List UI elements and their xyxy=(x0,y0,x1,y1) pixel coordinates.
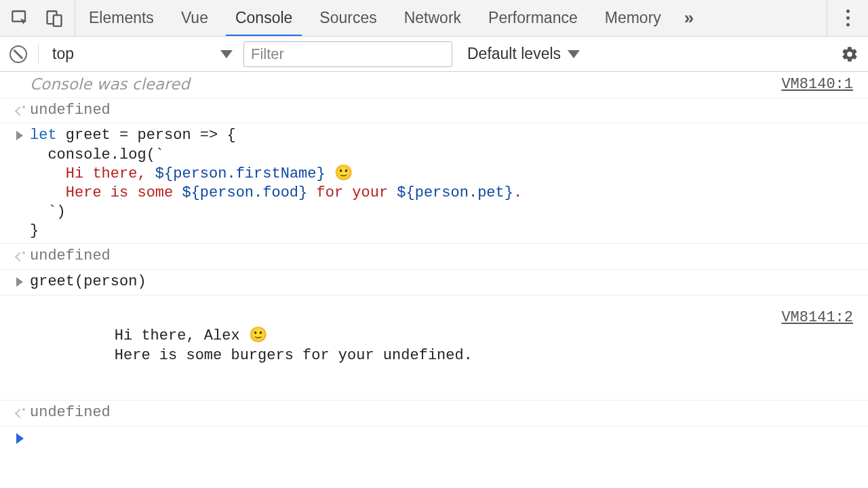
svg-rect-2 xyxy=(54,15,62,26)
console-row-cleared: Console was cleared VM8140:1 xyxy=(0,72,868,98)
levels-label: Default levels xyxy=(467,45,561,63)
log-levels-select[interactable]: Default levels xyxy=(467,45,580,63)
device-toggle-icon[interactable] xyxy=(43,7,65,29)
panel-tabs: Elements Vue Console Sources Network Per… xyxy=(75,0,827,36)
console-row-return: undefined xyxy=(0,98,868,124)
cleared-message: Console was cleared xyxy=(30,75,781,95)
input-arrow-icon xyxy=(16,277,23,287)
separator xyxy=(38,44,39,64)
return-arrow-icon xyxy=(16,104,23,119)
input-arrow-icon xyxy=(16,131,23,140)
console-settings-icon[interactable] xyxy=(841,45,859,63)
return-arrow-icon xyxy=(16,406,23,421)
return-value: undefined xyxy=(30,403,853,423)
console-toolbar: top Default levels xyxy=(0,37,868,72)
chevrons-icon: » xyxy=(684,7,690,28)
devtools-tabbar: Elements Vue Console Sources Network Per… xyxy=(0,0,868,37)
tab-memory[interactable]: Memory xyxy=(591,0,675,36)
tabs-overflow-button[interactable]: » xyxy=(675,0,703,36)
return-value: undefined xyxy=(30,247,853,266)
console-row-return: undefined xyxy=(0,401,868,426)
tab-network[interactable]: Network xyxy=(391,0,475,36)
prompt-arrow-icon xyxy=(16,433,24,444)
code-input: greet(person) xyxy=(30,272,853,292)
execution-context-select[interactable]: top xyxy=(50,45,233,63)
context-label: top xyxy=(52,45,74,63)
source-link[interactable]: VM8140:1 xyxy=(781,75,853,93)
code-input: let greet = person => { console.log(` Hi… xyxy=(30,126,853,241)
console-row-return: undefined xyxy=(0,244,868,270)
tab-performance[interactable]: Performance xyxy=(475,0,591,36)
console-row-input: greet(person) xyxy=(0,270,868,296)
console-output: Console was cleared VM8140:1 undefined l… xyxy=(0,72,868,449)
inspect-element-icon[interactable] xyxy=(9,7,31,29)
console-prompt[interactable] xyxy=(0,426,868,449)
return-value: undefined xyxy=(30,101,853,121)
tabbar-tools xyxy=(0,0,75,36)
log-text: Hi there, Alex 🙂 Here is some burgers fo… xyxy=(20,308,781,385)
kebab-menu-icon[interactable] xyxy=(840,7,856,29)
tab-sources[interactable]: Sources xyxy=(306,0,390,36)
return-arrow-icon xyxy=(16,249,23,264)
tab-vue[interactable]: Vue xyxy=(167,0,222,36)
console-row-log: Hi there, Alex 🙂 Here is some burgers fo… xyxy=(0,296,868,401)
tabbar-menu xyxy=(827,0,868,36)
tab-console[interactable]: Console xyxy=(222,0,306,36)
source-link[interactable]: VM8141:2 xyxy=(781,308,853,326)
dropdown-caret-icon xyxy=(568,50,580,58)
console-row-input: let greet = person => { console.log(` Hi… xyxy=(0,123,868,244)
clear-console-icon[interactable] xyxy=(9,45,27,63)
tab-elements[interactable]: Elements xyxy=(75,0,167,36)
dropdown-caret-icon xyxy=(220,50,233,58)
filter-input[interactable] xyxy=(243,41,452,67)
